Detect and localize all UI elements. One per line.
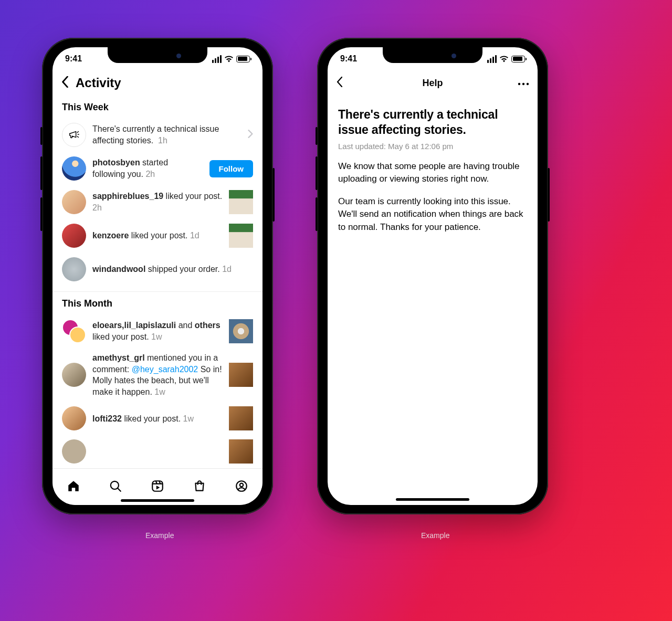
cellular-icon (212, 55, 222, 63)
battery-icon (511, 56, 525, 62)
tab-shop[interactable] (193, 479, 206, 495)
help-paragraph: We know that some people are having trou… (338, 160, 527, 186)
caption-right: Example (421, 531, 449, 540)
help-paragraph: Our team is currently looking into this … (338, 195, 527, 234)
tab-reels[interactable] (151, 479, 164, 495)
help-heading: There's currently a technical issue affe… (338, 107, 527, 138)
avatar[interactable] (62, 363, 86, 387)
banner-text: There's currently a technical issue affe… (92, 124, 219, 145)
technical-issue-banner[interactable]: There's currently a technical issue affe… (52, 118, 262, 152)
avatar[interactable] (62, 190, 86, 214)
activity-action: shipped your order. (145, 265, 219, 273)
phone-activity: 9:41 Activity This Week (42, 38, 273, 514)
tab-profile[interactable] (235, 479, 248, 495)
activity-action: liked your post. (129, 231, 187, 240)
activity-username[interactable]: windandwool (92, 265, 145, 273)
activity-username[interactable]: lofti232 (92, 414, 122, 423)
svg-point-5 (522, 83, 524, 85)
activity-username[interactable]: kenzoere (92, 231, 129, 240)
follow-button[interactable]: Follow (209, 160, 254, 177)
activity-header: Activity (52, 70, 262, 96)
phone-help: 9:41 Help There's currently a technical … (317, 38, 548, 514)
activity-action: liked your post. (92, 332, 149, 341)
help-content: There's currently a technical issue affe… (328, 96, 538, 234)
activity-username[interactable]: photosbyen (92, 158, 140, 167)
post-thumbnail[interactable] (229, 190, 253, 214)
more-button[interactable] (518, 78, 529, 88)
avatar[interactable] (62, 439, 86, 464)
status-time: 9:41 (340, 54, 357, 64)
activity-time: 2h (92, 203, 102, 212)
tab-search[interactable] (109, 479, 122, 495)
device-notch (383, 47, 482, 63)
activity-like-row[interactable]: lofti232 liked your post. 1w (52, 402, 262, 435)
tab-bar (52, 468, 262, 505)
megaphone-icon (62, 123, 86, 147)
more-icon (518, 82, 529, 86)
page-title: Help (422, 78, 443, 89)
activity-username[interactable]: sapphireblues_19 (92, 192, 163, 201)
battery-icon (236, 56, 250, 62)
activity-like-row[interactable]: sapphireblues_19 liked your post. 2h (52, 185, 262, 219)
activity-username[interactable]: amethyst_grl (92, 353, 145, 362)
banner-time: 1h (158, 136, 167, 145)
post-thumbnail[interactable] (229, 439, 253, 464)
post-thumbnail[interactable] (229, 406, 253, 430)
activity-action: liked your post. (122, 414, 181, 423)
reels-icon (151, 479, 164, 493)
search-icon (109, 479, 122, 493)
activity-feed[interactable]: This Week There's currently a technical … (52, 96, 262, 505)
avatar[interactable] (62, 406, 86, 430)
back-button[interactable] (61, 76, 76, 90)
activity-like-row[interactable]: kenzoere liked your post. 1d (52, 219, 262, 252)
home-indicator (396, 498, 469, 501)
section-header-week: This Week (52, 96, 262, 118)
activity-follow-row[interactable]: photosbyen started following you. 2h Fol… (52, 152, 262, 185)
activity-time: 1w (154, 387, 165, 396)
activity-time: 1d (222, 265, 232, 273)
chevron-left-icon (61, 76, 69, 88)
activity-others[interactable]: others (195, 321, 220, 330)
home-icon (67, 479, 80, 493)
avatar-stack[interactable] (62, 319, 86, 343)
activity-username[interactable]: eloears,lil_lapislazuli (92, 321, 176, 330)
shop-icon (193, 479, 206, 493)
post-thumbnail[interactable] (229, 319, 253, 343)
home-indicator (121, 499, 194, 502)
status-time: 9:41 (65, 54, 82, 64)
mention-link[interactable]: @hey_sarah2002 (132, 365, 198, 374)
activity-time: 1w (183, 414, 194, 423)
back-button[interactable] (336, 77, 343, 89)
help-updated: Last updated: May 6 at 12:06 pm (338, 142, 527, 151)
activity-time: 1w (151, 332, 162, 341)
activity-action: liked your post. (163, 192, 222, 201)
caption-left: Example (145, 531, 174, 540)
profile-icon (235, 479, 248, 493)
avatar[interactable] (62, 257, 86, 281)
activity-mention-row[interactable]: amethyst_grl mentioned you in a comment:… (52, 348, 262, 402)
post-thumbnail[interactable] (229, 363, 253, 387)
svg-point-4 (518, 83, 520, 85)
activity-order-row[interactable]: windandwool shipped your order. 1d (52, 252, 262, 286)
page-title: Activity (76, 76, 121, 90)
activity-multilike-row[interactable]: eloears,lil_lapislazuli and others liked… (52, 314, 262, 348)
wifi-icon (499, 55, 509, 62)
help-header: Help (328, 70, 538, 96)
post-thumbnail[interactable] (229, 224, 253, 248)
section-header-month: This Month (52, 292, 262, 314)
tab-home[interactable] (67, 479, 80, 495)
avatar[interactable] (62, 224, 86, 248)
device-notch (108, 47, 207, 63)
activity-time: 2h (145, 170, 155, 178)
chevron-left-icon (336, 77, 343, 87)
wifi-icon (224, 55, 234, 62)
cellular-icon (487, 55, 497, 63)
activity-time: 1d (190, 231, 200, 240)
svg-point-6 (527, 83, 529, 85)
chevron-right-icon (248, 130, 253, 140)
avatar[interactable] (62, 156, 86, 181)
svg-point-3 (240, 483, 244, 487)
svg-rect-1 (152, 481, 163, 491)
